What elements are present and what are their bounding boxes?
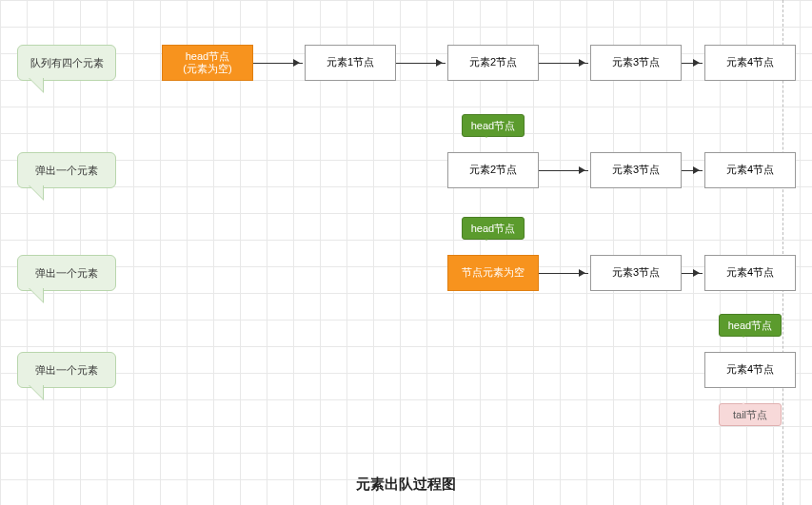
arrow-icon [253,63,303,64]
list-node: 元素3节点 [590,255,682,291]
list-node: 元素4节点 [704,352,796,388]
arrow-icon [539,63,588,64]
list-node: 元素4节点 [704,45,796,81]
arrow-icon [682,170,703,171]
list-node: 节点元素为空 [447,255,539,291]
speech-bubble: 弹出一个元素 [17,255,116,291]
list-node: 元素2节点 [447,152,539,188]
list-node: 元素3节点 [590,152,682,188]
list-node: 元素2节点 [447,45,539,81]
speech-bubble: 弹出一个元素 [17,152,116,188]
list-node: 元素1节点 [305,45,396,81]
arrow-icon [539,170,588,171]
arrow-icon [396,63,446,64]
list-node: 元素3节点 [590,45,682,81]
arrow-icon [682,273,703,274]
speech-bubble: 弹出一个元素 [17,352,116,388]
diagram-title: 元素出队过程图 [0,476,812,494]
pointer-callout: head节点 [462,114,525,137]
pointer-callout: head节点 [462,217,525,240]
list-node: 元素4节点 [704,152,796,188]
speech-bubble: 队列有四个元素 [17,45,116,81]
list-node: 元素4节点 [704,255,796,291]
pointer-callout: head节点 [719,314,782,337]
arrow-icon [682,63,703,64]
pointer-callout: tail节点 [719,403,782,426]
list-node: head节点 (元素为空) [162,45,253,81]
arrow-icon [539,273,588,274]
